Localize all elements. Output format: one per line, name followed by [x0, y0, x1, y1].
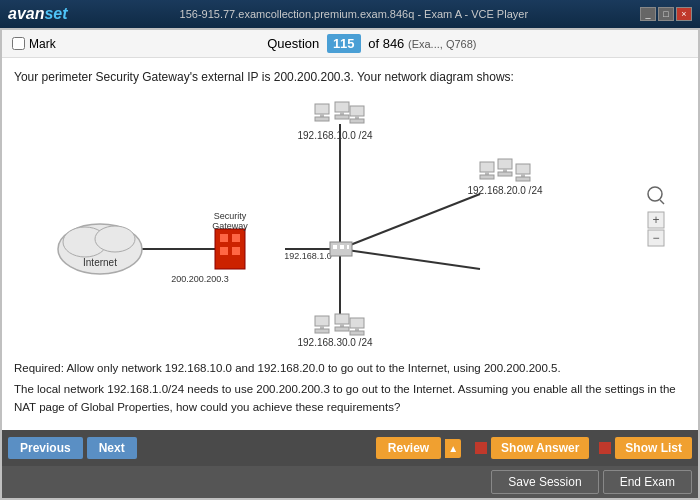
- svg-rect-47: [335, 314, 349, 324]
- show-answer-icon: [475, 442, 487, 454]
- review-button[interactable]: Review: [376, 437, 441, 459]
- required-text: Required: Allow only network 192.168.10.…: [14, 360, 686, 377]
- diagram-svg: Internet Security Gateway 200.200.200.3 …: [14, 94, 686, 354]
- svg-text:192.168.30.0 /24: 192.168.30.0 /24: [297, 337, 373, 348]
- question-nav: Question 115 of 846 (Exa..., Q768): [56, 36, 688, 51]
- question-text: Your perimeter Security Gateway's extern…: [14, 68, 686, 86]
- window-title: 156-915.77.examcollection.premium.exam.8…: [68, 8, 640, 20]
- svg-text:+: +: [652, 213, 659, 227]
- svg-rect-11: [215, 229, 245, 269]
- previous-button[interactable]: Previous: [8, 437, 83, 459]
- question-number: 115: [327, 34, 361, 53]
- question-header: Mark Question 115 of 846 (Exa..., Q768): [2, 30, 698, 58]
- svg-rect-13: [232, 234, 240, 242]
- svg-rect-23: [347, 245, 349, 249]
- svg-rect-44: [315, 316, 329, 326]
- question-of: of 846: [368, 36, 404, 51]
- svg-rect-36: [480, 175, 494, 179]
- svg-text:Internet: Internet: [83, 257, 117, 268]
- svg-rect-42: [516, 177, 530, 181]
- next-button[interactable]: Next: [87, 437, 137, 459]
- svg-rect-49: [335, 327, 349, 331]
- logo: avanset: [8, 5, 68, 23]
- svg-rect-15: [232, 247, 240, 255]
- svg-line-5: [340, 249, 480, 269]
- save-session-button[interactable]: Save Session: [491, 470, 598, 494]
- svg-text:Gateway: Gateway: [212, 221, 248, 231]
- svg-rect-34: [480, 162, 494, 172]
- svg-rect-27: [335, 102, 349, 112]
- svg-text:−: −: [652, 231, 659, 245]
- minimize-button[interactable]: _: [640, 7, 656, 21]
- review-arrow-button[interactable]: ▲: [445, 439, 461, 458]
- svg-rect-32: [350, 119, 364, 123]
- show-list-button[interactable]: Show List: [615, 437, 692, 459]
- svg-rect-40: [516, 164, 530, 174]
- mark-section: Mark: [12, 37, 56, 51]
- svg-rect-39: [498, 172, 512, 176]
- show-answer-button[interactable]: Show Answer: [491, 437, 589, 459]
- svg-rect-50: [350, 318, 364, 328]
- svg-rect-52: [350, 331, 364, 335]
- svg-text:Security: Security: [214, 211, 247, 221]
- end-exam-button[interactable]: End Exam: [603, 470, 692, 494]
- svg-rect-37: [498, 159, 512, 169]
- svg-rect-24: [315, 104, 329, 114]
- svg-point-54: [648, 187, 662, 201]
- title-bar: avanset 156-915.77.examcollection.premiu…: [0, 0, 700, 28]
- svg-text:200.200.200.3: 200.200.200.3: [171, 274, 229, 284]
- window-controls[interactable]: _ □ ×: [640, 7, 692, 21]
- network-diagram: Internet Security Gateway 200.200.200.3 …: [14, 94, 686, 354]
- mark-label: Mark: [29, 37, 56, 51]
- question-label: Question: [267, 36, 319, 51]
- maximize-button[interactable]: □: [658, 7, 674, 21]
- svg-rect-46: [315, 329, 329, 333]
- title-bar-left: avanset: [8, 5, 68, 23]
- svg-rect-22: [340, 245, 344, 249]
- close-button[interactable]: ×: [676, 7, 692, 21]
- svg-text:192.168.10.0 /24: 192.168.10.0 /24: [297, 130, 373, 141]
- svg-rect-26: [315, 117, 329, 121]
- svg-line-55: [660, 200, 664, 204]
- footer-bar: Save Session End Exam: [2, 466, 698, 498]
- main-area: Mark Question 115 of 846 (Exa..., Q768) …: [2, 30, 698, 498]
- exam-info: (Exa..., Q768): [408, 38, 476, 50]
- svg-rect-30: [350, 106, 364, 116]
- show-list-icon: [599, 442, 611, 454]
- svg-point-9: [95, 226, 135, 252]
- svg-rect-29: [335, 115, 349, 119]
- mark-checkbox[interactable]: [12, 37, 25, 50]
- svg-rect-14: [220, 247, 228, 255]
- svg-line-4: [340, 194, 480, 249]
- bottom-toolbar: Previous Next Review ▲ Show Answer Show …: [2, 430, 698, 466]
- local-network-text: The local network 192.168.1.0/24 needs t…: [14, 381, 686, 416]
- svg-rect-21: [333, 245, 337, 249]
- content-area: Your perimeter Security Gateway's extern…: [2, 58, 698, 430]
- svg-text:192.168.20.0 /24: 192.168.20.0 /24: [467, 185, 543, 196]
- svg-text:192.168.1.0: 192.168.1.0: [284, 251, 332, 261]
- svg-rect-12: [220, 234, 228, 242]
